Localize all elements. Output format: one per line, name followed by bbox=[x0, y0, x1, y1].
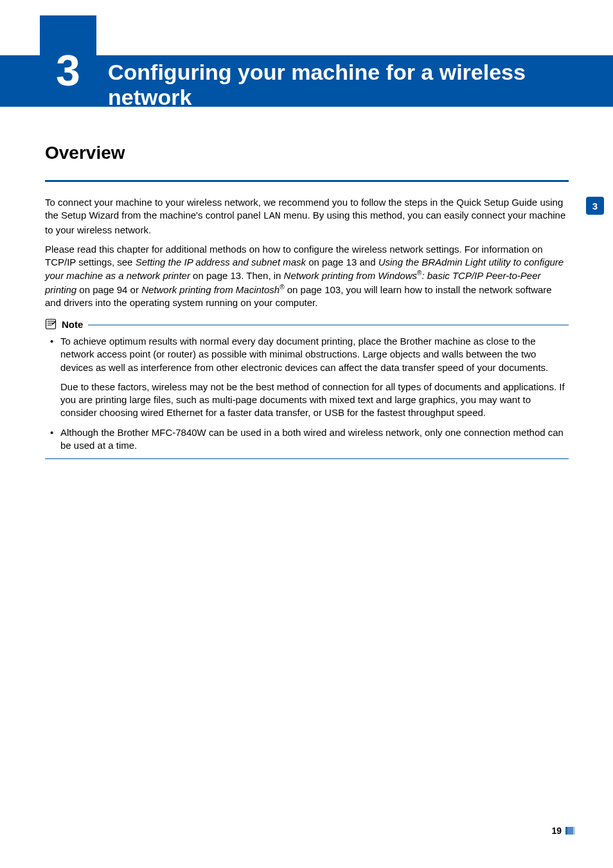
chapter-title: Configuring your machine for a wireless … bbox=[108, 60, 587, 110]
note-bottom-rule bbox=[45, 458, 569, 459]
overview-paragraph-1: To connect your machine to your wireless… bbox=[45, 196, 569, 237]
note-top-rule bbox=[88, 325, 569, 325]
note-label: Note bbox=[62, 319, 83, 330]
note-bullet-1: • To achieve optimum results with normal… bbox=[60, 335, 569, 420]
text-run: on page 13. Then, in bbox=[190, 270, 284, 281]
page-number: 19 bbox=[551, 826, 562, 836]
text-run: Due to these factors, wireless may not b… bbox=[60, 381, 569, 420]
chapter-number-box: 3 bbox=[40, 15, 96, 107]
text-run: on page 94 or bbox=[76, 284, 141, 295]
page-root: 3 Configuring your machine for a wireles… bbox=[0, 0, 613, 868]
registered-mark: ® bbox=[280, 284, 284, 291]
page-number-wrap: 19 bbox=[551, 826, 577, 836]
overview-paragraph-2: Please read this chapter for additional … bbox=[45, 243, 569, 309]
text-run: To achieve optimum results with normal e… bbox=[60, 336, 548, 373]
side-tab: 3 bbox=[586, 197, 604, 215]
note-bullet-2: • Although the Brother MFC-7840W can be … bbox=[60, 426, 569, 453]
chapter-number: 3 bbox=[56, 45, 80, 95]
chapter-title-wrap: Configuring your machine for a wireless … bbox=[108, 60, 587, 110]
bullet-dot: • bbox=[50, 335, 53, 348]
text-run: Although the Brother MFC-7840W can be us… bbox=[60, 427, 564, 451]
bullet-dot: • bbox=[50, 426, 53, 439]
text-run: on page 13 and bbox=[306, 257, 378, 267]
lan-mono-text: LAN bbox=[263, 211, 281, 222]
note-rule-wrap bbox=[88, 323, 569, 325]
overview-heading: Overview bbox=[45, 143, 569, 163]
note-icon bbox=[45, 318, 57, 330]
italic-ref: Network printing from Macintosh bbox=[141, 284, 280, 295]
italic-ref: Network printing from Windows bbox=[284, 270, 417, 281]
page-marker-icon bbox=[565, 827, 577, 835]
content-area: Overview To connect your machine to your… bbox=[45, 135, 569, 459]
svg-rect-0 bbox=[46, 320, 56, 329]
italic-ref: Setting the IP address and subnet mask bbox=[136, 257, 306, 267]
note-header-row: Note bbox=[45, 318, 569, 330]
note-block: Note • To achieve optimum results with n… bbox=[45, 318, 569, 459]
note-list: • To achieve optimum results with normal… bbox=[45, 335, 569, 452]
